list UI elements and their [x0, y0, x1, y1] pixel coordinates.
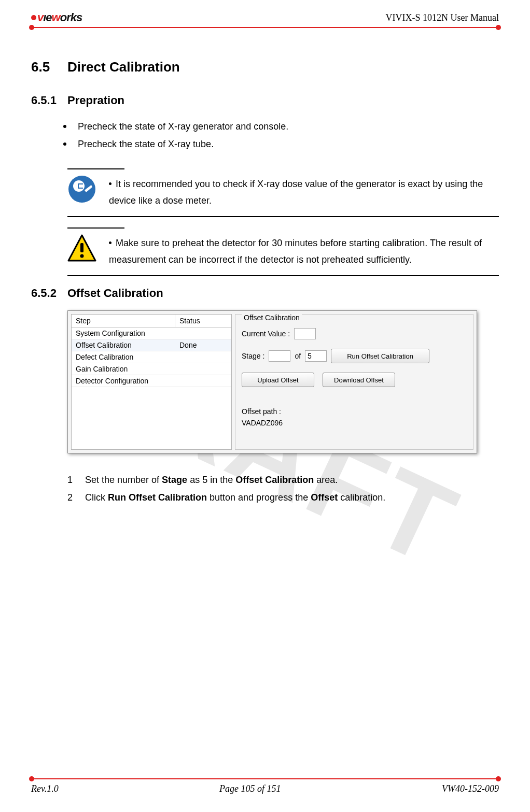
page-footer: Rev.1.0 Page 105 of 151 VW40-152-009: [31, 778, 499, 794]
cell-step: Offset Calibration: [72, 339, 175, 351]
group-title: Offset Calibration: [242, 314, 302, 322]
section-heading: 6.5Direct Calibration: [31, 59, 499, 75]
doc-title: VIVIX-S 1012N User Manual: [386, 12, 499, 23]
offset-calibration-screenshot: Step Status System Configuration Offset …: [67, 310, 477, 453]
subsection-2-number: 6.5.2: [31, 287, 67, 300]
preparation-list: Precheck the state of X-ray generator an…: [31, 118, 499, 153]
table-row[interactable]: Defect Calibration: [72, 351, 231, 363]
info-note: It is recommended you to check if X-ray …: [67, 168, 499, 217]
subsection-1-heading: 6.5.1Prepration: [31, 94, 499, 107]
cell-step: System Configuration: [72, 327, 175, 339]
subsection-2-title: Offset Calibration: [67, 287, 163, 300]
current-value-input[interactable]: [294, 328, 316, 339]
download-offset-button[interactable]: Download Offset: [323, 373, 395, 387]
list-item: Precheck the state of X-ray tube.: [78, 135, 499, 153]
table-row[interactable]: System Configuration: [72, 327, 231, 339]
stage-label: Stage :: [242, 352, 264, 360]
upload-offset-button[interactable]: Upload Offset: [242, 373, 314, 387]
col-status-header: Status: [175, 315, 231, 327]
page-header: vıeworks VIVIX-S 1012N User Manual: [31, 10, 499, 25]
info-icon: [67, 175, 96, 204]
current-value-label: Current Value :: [242, 330, 290, 338]
offset-path-value: VADADZ096: [242, 417, 467, 429]
logo-dot-icon: [31, 15, 36, 20]
cell-step: Gain Calibration: [72, 363, 175, 375]
cell-step: Defect Calibration: [72, 351, 175, 363]
svg-point-4: [80, 254, 84, 258]
section-title: Direct Calibration: [67, 59, 180, 75]
cell-status: [175, 375, 231, 387]
run-offset-calibration-button[interactable]: Run Offset Calibration: [331, 349, 429, 363]
footer-code: VW40-152-009: [442, 783, 499, 794]
logo: vıeworks: [31, 11, 82, 24]
cell-status: [175, 363, 231, 375]
warning-icon: [67, 234, 96, 263]
col-step-header: Step: [72, 315, 175, 327]
instruction-steps: Set the number of Stage as 5 in the Offs…: [31, 471, 499, 506]
subsection-2-heading: 6.5.2Offset Calibration: [31, 287, 499, 300]
stage-input[interactable]: [269, 350, 290, 362]
subsection-1-title: Prepration: [67, 94, 124, 107]
table-row[interactable]: Detector Configuration: [72, 375, 231, 387]
cell-status: [175, 327, 231, 339]
step-2: Click Run Offset Calibration button and …: [67, 489, 499, 506]
cell-status: [175, 351, 231, 363]
steps-table: Step Status System Configuration Offset …: [71, 314, 232, 450]
section-number: 6.5: [31, 59, 67, 75]
offset-path-label: Offset path :: [242, 406, 467, 417]
step-1: Set the number of Stage as 5 in the Offs…: [67, 471, 499, 489]
table-row[interactable]: Gain Calibration: [72, 363, 231, 375]
info-note-text: It is recommended you to check if X-ray …: [109, 175, 499, 209]
svg-rect-3: [80, 243, 83, 252]
stage-total-input[interactable]: 5: [305, 350, 327, 362]
cell-status: Done: [175, 339, 231, 351]
cell-step: Detector Configuration: [72, 375, 175, 387]
list-item: Precheck the state of X-ray generator an…: [78, 118, 499, 135]
logo-text: vıeworks: [37, 11, 82, 24]
warning-note: Make sure to preheat the detector for 30…: [67, 227, 499, 276]
subsection-1-number: 6.5.1: [31, 94, 67, 107]
warning-note-text: Make sure to preheat the detector for 30…: [109, 234, 499, 268]
footer-rule: [31, 778, 499, 779]
table-row[interactable]: Offset Calibration Done: [72, 339, 231, 351]
of-label: of: [295, 352, 301, 360]
offset-calibration-panel: Offset Calibration Current Value : Stage…: [235, 314, 473, 450]
footer-rev: Rev.1.0: [31, 783, 59, 794]
footer-page: Page 105 of 151: [219, 783, 281, 794]
